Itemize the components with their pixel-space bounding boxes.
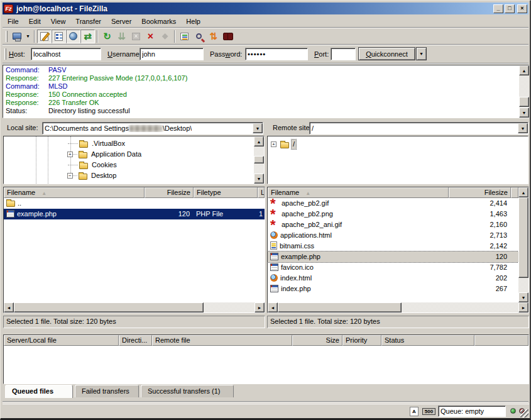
message-log[interactable]: Command:PASV Response:227 Entering Passi…	[3, 65, 529, 118]
transfer-type-indicator[interactable]: A	[410, 407, 419, 416]
remote-h-scrollbar[interactable]: ◄ ►	[268, 302, 528, 312]
file-row[interactable]: apache_pb2_ani.gif 2,160	[268, 219, 518, 230]
port-input[interactable]	[331, 48, 356, 60]
synchronized-browsing-button[interactable]: ⇅	[206, 30, 221, 43]
remote-column-filesize[interactable]: Filesize	[449, 187, 511, 198]
tree-item-cookies[interactable]: Cookies	[68, 160, 118, 170]
menu-transfer[interactable]: Transfer	[70, 16, 106, 26]
file-row[interactable]: bitnami.css 2,142	[268, 241, 518, 251]
app-icon[interactable]: Fz	[4, 4, 13, 13]
scroll-left-icon[interactable]: ◄	[268, 302, 278, 312]
scroll-thumb[interactable]	[518, 197, 528, 278]
file-row[interactable]: favicon.ico 7,782	[268, 262, 518, 273]
local-tree-scrollbar[interactable]: ▲ ▼	[254, 136, 264, 184]
menu-help[interactable]: Help	[181, 16, 205, 26]
file-row-parent-dir[interactable]: ..	[4, 198, 265, 209]
scroll-up-icon[interactable]: ▲	[518, 187, 528, 197]
tab-successful-transfers[interactable]: Successful transfers (1)	[141, 385, 234, 397]
directory-comparison-button[interactable]	[192, 30, 206, 43]
toggle-queue-button[interactable]: ⇄	[80, 30, 95, 43]
process-queue-button[interactable]: ⇊	[114, 30, 129, 43]
file-row[interactable]: apache_pb2.gif 2,414	[268, 198, 518, 209]
tree-item-root[interactable]: + /	[271, 139, 296, 149]
scroll-down-icon[interactable]: ▼	[254, 174, 264, 184]
filter-button[interactable]	[177, 30, 192, 43]
queue-column-remote-file[interactable]: Remote file	[152, 335, 292, 346]
file-row[interactable]: index.html 202	[268, 273, 518, 284]
expand-plus-icon[interactable]: +	[271, 141, 276, 147]
speed-limit-indicator[interactable]: 500	[422, 408, 435, 415]
disconnect-button[interactable]: ×	[143, 30, 158, 43]
scroll-down-icon[interactable]: ▼	[518, 292, 528, 302]
toggle-message-log-button[interactable]	[37, 30, 52, 43]
quickconnect-dropdown[interactable]: ▼	[416, 47, 427, 60]
local-site-combobox[interactable]: C:\Documents and Settings\Desktop\ ▼	[42, 122, 263, 135]
log-scrollbar[interactable]: ▲ ▼	[519, 65, 529, 118]
scroll-left-icon[interactable]: ◄	[4, 302, 14, 312]
resize-grip[interactable]	[520, 409, 528, 417]
maximize-button[interactable]: □	[505, 4, 515, 13]
scroll-thumb[interactable]	[278, 302, 402, 312]
username-input[interactable]	[140, 48, 204, 60]
expand-plus-icon[interactable]: +	[67, 152, 73, 157]
scroll-thumb[interactable]	[519, 97, 529, 107]
menu-view[interactable]: View	[46, 16, 71, 26]
toggle-remote-tree-button[interactable]	[66, 30, 80, 43]
file-row[interactable]: index.php 267	[268, 284, 518, 294]
scroll-up-icon[interactable]: ▲	[254, 136, 264, 146]
cancel-operation-button[interactable]: ×	[129, 30, 143, 43]
scroll-down-icon[interactable]: ▼	[519, 108, 529, 118]
local-column-filetype[interactable]: Filetype	[194, 187, 258, 198]
local-h-scrollbar[interactable]: ◄ ►	[4, 302, 265, 312]
file-row-example-php[interactable]: example.php 120 PHP File 1	[4, 209, 265, 219]
menu-file[interactable]: File	[3, 16, 24, 26]
scroll-thumb[interactable]	[14, 302, 204, 312]
site-manager-dropdown[interactable]: ▼	[24, 30, 32, 43]
queue-column-direction[interactable]: Directi...	[119, 335, 152, 346]
menu-edit[interactable]: Edit	[24, 16, 46, 26]
remote-column-filename[interactable]: Filename▲	[268, 187, 449, 198]
local-column-lastmodified[interactable]: L	[258, 187, 265, 198]
title-bar[interactable]: Fz john@localhost - FileZilla _ □ ×	[3, 3, 528, 14]
password-input[interactable]	[245, 48, 308, 60]
find-files-button[interactable]	[221, 30, 235, 43]
remote-v-scrollbar[interactable]: ▲ ▼	[518, 187, 528, 302]
toolbar-grip[interactable]	[6, 31, 8, 42]
tree-item-application-data[interactable]: + Application Data	[67, 149, 143, 159]
local-column-filesize[interactable]: Filesize	[145, 187, 194, 198]
local-tree[interactable]: .VirtualBox + Application Data Cookies −…	[3, 136, 265, 184]
file-row[interactable]: applications.html 2,713	[268, 230, 518, 241]
refresh-button[interactable]: ↻	[100, 30, 114, 43]
remote-tree[interactable]: + /	[267, 136, 528, 184]
queue-column-status[interactable]: Status	[381, 335, 474, 346]
queue-column-size[interactable]: Size	[292, 335, 342, 346]
minimize-button[interactable]: _	[493, 4, 503, 13]
queue-column-priority[interactable]: Priority	[342, 335, 381, 346]
close-button[interactable]: ×	[517, 4, 527, 13]
file-row-selected[interactable]: example.php 120	[268, 251, 518, 262]
chevron-down-icon[interactable]: ▼	[518, 123, 528, 133]
collapse-minus-icon[interactable]: −	[67, 173, 73, 179]
transfer-queue[interactable]: Server/Local file Directi... Remote file…	[3, 334, 529, 384]
remote-file-list[interactable]: Filename▲ Filesize apache_pb2.gif 2,414 …	[267, 187, 529, 313]
file-row[interactable]: apache_pb2.png 1,463	[268, 209, 518, 219]
queue-column-server-local-file[interactable]: Server/Local file	[4, 335, 119, 346]
scroll-right-icon[interactable]: ►	[518, 302, 528, 312]
scroll-thumb[interactable]	[254, 156, 264, 163]
menu-server[interactable]: Server	[106, 16, 136, 26]
tree-item-desktop[interactable]: − Desktop	[67, 170, 118, 180]
tree-item-virtualbox[interactable]: .VirtualBox	[68, 138, 126, 148]
scroll-up-icon[interactable]: ▲	[519, 65, 529, 75]
menu-bookmarks[interactable]: Bookmarks	[136, 16, 181, 26]
tab-failed-transfers[interactable]: Failed transfers	[75, 385, 139, 397]
tab-queued-files[interactable]: Queued files	[5, 385, 73, 398]
scroll-right-icon[interactable]: ►	[255, 302, 265, 312]
site-manager-button[interactable]	[9, 30, 24, 43]
local-column-filename[interactable]: Filename▲	[4, 187, 145, 198]
toggle-local-tree-button[interactable]	[52, 30, 66, 43]
host-input[interactable]	[31, 48, 101, 60]
quickconnect-button[interactable]: Quickconnect	[358, 47, 415, 60]
chevron-down-icon[interactable]: ▼	[253, 123, 263, 133]
local-file-list[interactable]: Filename▲ Filesize Filetype L .. example…	[3, 187, 265, 313]
remote-site-combobox[interactable]: / ▼	[309, 122, 528, 135]
